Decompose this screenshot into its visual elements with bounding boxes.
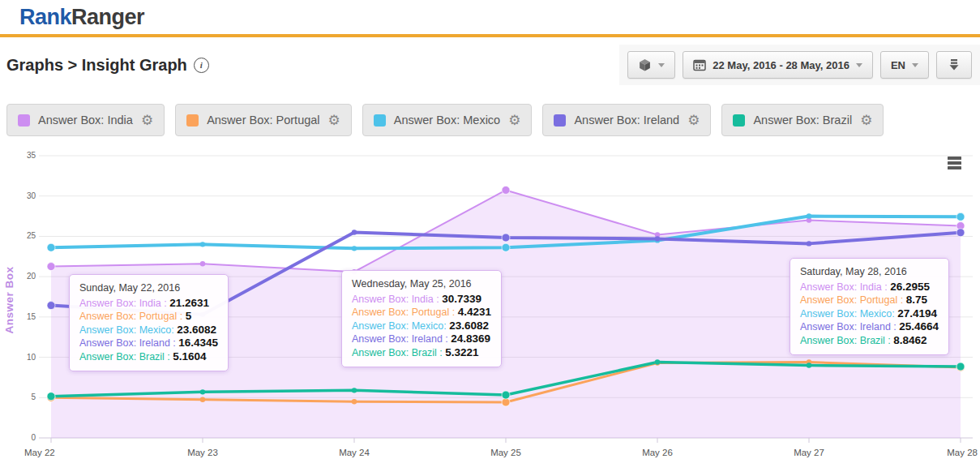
legend-label: Answer Box: Ireland [574,114,679,127]
tooltip-row: Answer Box: Mexico: 23.6082 [79,324,218,337]
tooltip-series-value: 21.2631 [169,297,209,309]
tooltip-row: Answer Box: Ireland : 25.4664 [800,320,939,334]
legend-answer-box-india[interactable]: Answer Box: India⚙ [6,104,165,136]
data-point-answer-box-brazil[interactable] [807,362,811,367]
legend-swatch [733,114,745,127]
data-point-answer-box-brazil[interactable] [956,362,965,371]
legend-swatch [186,114,199,127]
info-icon[interactable]: i [194,58,209,73]
data-point-answer-box-brazil[interactable] [352,388,357,393]
data-point-answer-box-ireland[interactable] [352,230,357,234]
tooltip-series-label: Answer Box: Portugal : [352,307,458,318]
legend-swatch [554,114,566,127]
data-point-answer-box-india[interactable] [47,263,55,271]
legend-label: Answer Box: Portugal [207,114,319,127]
tooltip-series-value: 5 [186,310,192,322]
data-point-answer-box-brazil[interactable] [47,393,55,401]
y-axis-tick-label: 15 [27,312,36,321]
language-dropdown-button[interactable]: EN [880,51,929,79]
tooltip-row: Answer Box: Portugal : 8.75 [800,294,939,307]
y-axis-tick-label: 20 [27,272,36,281]
date-range-picker-button[interactable]: 22 May, 2016 - 28 May, 2016 [683,51,873,79]
download-button[interactable] [936,51,972,79]
tooltip-row: Answer Box: Ireland : 16.4345 [79,337,218,350]
legend-label: Answer Box: Mexico [394,114,500,127]
tooltip-series-value: 23.6082 [177,324,216,336]
y-axis-tick-label: 25 [27,231,36,240]
tooltip-series-value: 23.6082 [449,320,489,332]
chart-context-menu-button[interactable] [946,155,963,171]
tooltip-series-label: Answer Box: India : [352,294,442,305]
data-point-answer-box-ireland[interactable] [502,234,510,242]
data-point-answer-box-brazil[interactable] [200,389,205,394]
tooltip-series-value: 5.1604 [173,350,206,362]
gear-icon[interactable]: ⚙ [687,114,700,127]
tooltip-row: Answer Box: Portugal : 4.4231 [352,306,491,320]
tooltip-series-label: Answer Box: Ireland : [352,333,451,345]
data-point-answer-box-ireland[interactable] [956,229,965,237]
language-label: EN [891,59,905,71]
tooltip-row: Answer Box: India : 30.7339 [352,293,491,307]
tooltip-series-label: Answer Box: Mexico: [800,308,897,320]
data-point-answer-box-ireland[interactable] [655,236,660,241]
insight-graph-chart: 05101520253035May 22May 23May 24May 25Ma… [0,146,980,459]
tooltip-row: Answer Box: Brazil : 8.8462 [800,334,939,348]
chart-tooltip-may-25: Wednesday, May 25, 2016Answer Box: India… [341,270,502,367]
toolbar: 22 May, 2016 - 28 May, 2016 EN [619,45,980,85]
legend-answer-box-portugal[interactable]: Answer Box: Portugal⚙ [175,104,352,136]
gear-icon[interactable]: ⚙ [328,114,340,127]
tooltip-series-value: 27.4194 [897,307,937,320]
tooltip-series-label: Answer Box: Mexico: [79,324,177,336]
tooltip-series-value: 16.4345 [178,337,218,349]
data-point-answer-box-ireland[interactable] [807,241,811,246]
data-point-answer-box-mexico[interactable] [956,212,965,221]
y-axis-tick-label: 10 [27,353,36,362]
legend-answer-box-ireland[interactable]: Answer Box: Ireland⚙ [542,104,711,136]
tooltip-date: Saturday, May 28, 2016 [800,265,939,279]
cube-icon [638,58,652,72]
data-point-answer-box-portugal[interactable] [352,399,357,404]
calendar-icon [693,58,706,71]
y-axis-tick-label: 5 [31,393,36,401]
chart-tooltip-may-22: Sunday, May 22, 2016Answer Box: India : … [69,274,229,371]
data-point-answer-box-mexico[interactable] [352,246,357,251]
data-point-answer-box-mexico[interactable] [200,242,205,247]
date-range-label: 22 May, 2016 - 28 May, 2016 [713,59,849,71]
data-point-answer-box-brazil[interactable] [502,391,510,399]
data-point-answer-box-ireland[interactable] [47,302,55,310]
gear-icon[interactable]: ⚙ [860,114,872,127]
menu-icon [948,166,961,169]
tooltip-row: Answer Box: India : 26.2955 [800,281,939,294]
tooltip-row: Answer Box: Ireland : 24.8369 [352,332,491,346]
rankranger-logo[interactable]: RankRanger [19,5,144,30]
data-point-answer-box-india[interactable] [502,186,510,194]
tooltip-row: Answer Box: Portugal : 5 [79,310,218,324]
gear-icon[interactable]: ⚙ [508,114,520,127]
y-axis-tick-label: 0 [31,433,36,442]
legend-answer-box-mexico[interactable]: Answer Box: Mexico⚙ [362,104,533,136]
legend-label: Answer Box: India [38,114,133,127]
legend-swatch [374,114,386,127]
x-axis-tick-label: May 23 [187,448,218,457]
tooltip-series-label: Answer Box: Brazil : [800,335,893,346]
legend-answer-box-brazil[interactable]: Answer Box: Brazil⚙ [721,104,884,136]
tooltip-series-label: Answer Box: Mexico: [352,320,449,332]
gear-icon[interactable]: ⚙ [141,114,153,127]
data-point-answer-box-brazil[interactable] [655,359,660,364]
data-point-answer-box-india[interactable] [200,261,205,266]
caret-down-icon [856,63,862,67]
data-point-answer-box-portugal[interactable] [200,397,205,402]
package-selector-button[interactable] [627,51,675,79]
data-point-answer-box-mexico[interactable] [47,243,55,251]
data-point-answer-box-mexico[interactable] [807,213,811,218]
tooltip-series-label: Answer Box: Brazil : [352,347,445,358]
menu-icon [948,161,961,165]
tooltip-date: Sunday, May 22, 2016 [79,281,218,295]
x-axis-tick-label: May 27 [794,448,824,457]
x-axis-tick-label: May 28 [947,448,978,457]
tooltip-series-label: Answer Box: India : [800,281,890,293]
info-glyph: i [200,60,203,70]
tooltip-row: Answer Box: Mexico: 23.6082 [352,320,491,333]
data-point-answer-box-mexico[interactable] [502,243,510,251]
x-axis-tick-label: May 26 [642,448,673,457]
